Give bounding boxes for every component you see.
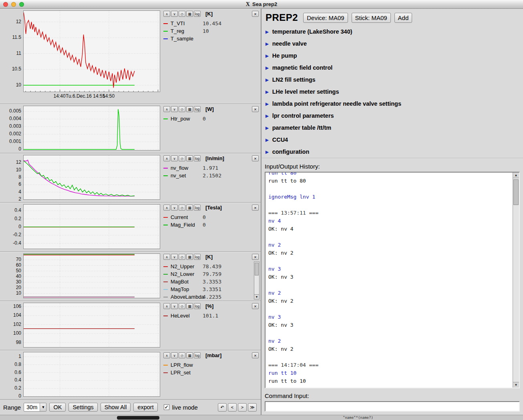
expand-triangle-icon[interactable]: ▶ xyxy=(266,126,269,130)
tree-item-6[interactable]: ▶lambda point refrigerator needle valve … xyxy=(266,98,519,110)
legend-scroll-down-arrow[interactable]: ▼ xyxy=(254,294,259,299)
scroll-down-arrow[interactable]: ▼ xyxy=(513,382,519,388)
autoscale-button[interactable]: ◇ xyxy=(179,303,185,309)
stick-button[interactable]: Stick: MA09 xyxy=(352,13,391,23)
add-button[interactable]: Add xyxy=(394,13,412,23)
io-scrollbar[interactable]: ▲ ▼ xyxy=(513,173,519,388)
tree-item-8[interactable]: ▶parameter table /tt/tm xyxy=(266,122,519,134)
plot-canvas-4[interactable] xyxy=(23,253,160,298)
close-plot-button[interactable]: × xyxy=(252,11,259,17)
log-scale-button[interactable]: log xyxy=(194,254,201,260)
scroll-up-button[interactable]: ∧ xyxy=(163,106,170,112)
expand-triangle-icon[interactable]: ▶ xyxy=(266,54,269,58)
grid-options-button[interactable]: ▦ xyxy=(186,254,193,260)
grid-options-button[interactable]: ▦ xyxy=(186,11,193,17)
log-scale-button[interactable]: log xyxy=(194,352,201,358)
tree-item-9[interactable]: ▶CCU4 xyxy=(266,134,519,146)
series-value: 0 xyxy=(203,214,206,220)
range-dropdown[interactable]: 30m ▼ xyxy=(24,403,46,412)
scroll-up-button[interactable]: ∧ xyxy=(163,254,170,260)
plot-canvas-5[interactable] xyxy=(23,303,160,348)
legend-scrollbar[interactable]: ▼ xyxy=(254,261,259,299)
jump-latest-button[interactable]: ≫ xyxy=(248,403,257,412)
autoscale-button[interactable]: ◇ xyxy=(179,106,185,112)
log-scale-button[interactable]: log xyxy=(194,155,201,161)
export-button[interactable]: export xyxy=(133,403,157,412)
tree-item-3[interactable]: ▶magnetic field control xyxy=(266,62,519,74)
minimize-window-button[interactable] xyxy=(11,2,16,7)
autoscale-button[interactable]: ◇ xyxy=(179,11,185,17)
expand-triangle-icon[interactable]: ▶ xyxy=(266,138,269,142)
scrollbar-thumb[interactable] xyxy=(513,179,519,205)
scroll-down-button[interactable]: ∨ xyxy=(171,352,178,358)
autoscale-button[interactable]: ◇ xyxy=(179,205,185,211)
step-back-button[interactable]: ↶ xyxy=(218,403,227,412)
expand-triangle-icon[interactable]: ▶ xyxy=(266,90,269,94)
plot-canvas-6[interactable] xyxy=(23,352,160,397)
grid-options-button[interactable]: ▦ xyxy=(186,155,193,161)
scroll-down-button[interactable]: ∨ xyxy=(171,205,178,211)
scroll-up-button[interactable]: ∧ xyxy=(163,155,170,161)
autoscale-button[interactable]: ◇ xyxy=(179,254,185,260)
pan-left-button[interactable]: < xyxy=(228,403,237,412)
command-input[interactable] xyxy=(265,401,520,412)
plot-canvas-1[interactable] xyxy=(23,106,160,151)
y-tick-label: 0 xyxy=(18,224,21,229)
tree-item-0[interactable]: ▶temperature (LakeShore 340) xyxy=(266,26,519,38)
pan-right-button[interactable]: > xyxy=(238,403,247,412)
show-all-button[interactable]: Show All xyxy=(101,403,131,412)
io-history-box[interactable]: run tt 80run tt to 80 ignoreMsg lnv 1 ==… xyxy=(265,172,520,388)
expand-triangle-icon[interactable]: ▶ xyxy=(266,30,269,34)
expand-triangle-icon[interactable]: ▶ xyxy=(266,66,269,70)
scroll-down-button[interactable]: ∨ xyxy=(171,254,178,260)
scroll-down-button[interactable]: ∨ xyxy=(171,155,178,161)
close-plot-button[interactable]: × xyxy=(252,155,259,161)
grid-options-button[interactable]: ▦ xyxy=(186,303,193,309)
scroll-up-arrow[interactable]: ▲ xyxy=(513,173,519,178)
expand-triangle-icon[interactable]: ▶ xyxy=(266,78,269,82)
plot-canvas-3[interactable] xyxy=(23,204,160,249)
tree-item-2[interactable]: ▶He pump xyxy=(266,50,519,62)
plot-canvas-0[interactable] xyxy=(23,10,160,92)
zoom-window-button[interactable] xyxy=(19,2,24,7)
close-plot-button[interactable]: × xyxy=(252,205,259,211)
scroll-down-button[interactable]: ∨ xyxy=(171,303,178,309)
plot-legend-4: ∧∨◇▦log[K]×N2_Upper78.439N2_Lower79.759M… xyxy=(160,252,261,301)
live-mode-checkbox[interactable]: ✓ xyxy=(164,404,169,410)
log-scale-button[interactable]: log xyxy=(194,106,201,112)
grid-options-button[interactable]: ▦ xyxy=(186,352,193,358)
scroll-up-button[interactable]: ∧ xyxy=(163,303,170,309)
log-scale-button[interactable]: log xyxy=(194,303,201,309)
tree-item-5[interactable]: ▶LHe level meter settings xyxy=(266,86,519,98)
log-scale-button[interactable]: log xyxy=(194,205,201,211)
tree-item-1[interactable]: ▶needle valve xyxy=(266,38,519,50)
close-window-button[interactable] xyxy=(3,2,8,7)
scroll-up-button[interactable]: ∧ xyxy=(163,352,170,358)
log-scale-button[interactable]: log xyxy=(194,11,201,17)
scroll-up-button[interactable]: ∧ xyxy=(163,205,170,211)
tree-item-4[interactable]: ▶LN2 fill settings xyxy=(266,74,519,86)
expand-triangle-icon[interactable]: ▶ xyxy=(266,42,269,46)
plot-canvas-2[interactable] xyxy=(23,155,160,200)
close-plot-button[interactable]: × xyxy=(252,303,259,309)
close-plot-button[interactable]: × xyxy=(252,254,259,260)
ok-button[interactable]: OK xyxy=(49,403,66,412)
expand-triangle-icon[interactable]: ▶ xyxy=(266,114,269,118)
legend-scrollbar-thumb[interactable] xyxy=(255,263,259,275)
titlebar[interactable]: X Sea prep2 xyxy=(0,0,523,9)
scroll-down-button[interactable]: ∨ xyxy=(171,106,178,112)
tree-item-7[interactable]: ▶lpr control parameters xyxy=(266,110,519,122)
close-plot-button[interactable]: × xyxy=(252,106,259,112)
tree-item-10[interactable]: ▶configuration xyxy=(266,146,519,158)
autoscale-button[interactable]: ◇ xyxy=(179,352,185,358)
expand-triangle-icon[interactable]: ▶ xyxy=(266,102,269,106)
autoscale-button[interactable]: ◇ xyxy=(179,155,185,161)
grid-options-button[interactable]: ▦ xyxy=(186,205,193,211)
close-plot-button[interactable]: × xyxy=(252,352,259,358)
scroll-up-button[interactable]: ∧ xyxy=(163,11,170,17)
expand-triangle-icon[interactable]: ▶ xyxy=(266,150,269,154)
scroll-down-button[interactable]: ∨ xyxy=(171,11,178,17)
grid-options-button[interactable]: ▦ xyxy=(186,106,193,112)
device-button[interactable]: Device: MA09 xyxy=(303,13,348,23)
settings-button[interactable]: Settings xyxy=(68,403,97,412)
